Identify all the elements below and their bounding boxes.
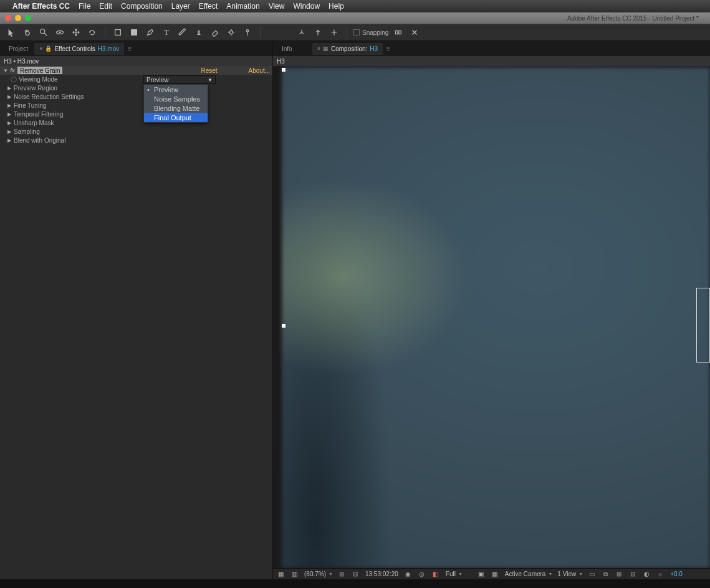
view-axis-mode[interactable]	[328, 26, 340, 39]
fast-previews-button[interactable]: ⊟	[350, 570, 360, 579]
panel-menu-button[interactable]: ≡	[125, 45, 134, 52]
twirl-right-icon[interactable]: ▶	[6, 94, 12, 100]
orbit-camera-tool[interactable]	[54, 26, 66, 39]
timeline-button[interactable]: ⊞	[614, 570, 624, 579]
close-tab-button[interactable]: ×	[39, 45, 42, 52]
clone-stamp-tool[interactable]	[193, 26, 205, 39]
layer-handle[interactable]	[282, 68, 285, 72]
effect-name[interactable]: Remove Grain	[17, 67, 62, 74]
tab-effect-controls[interactable]: × 🔒 Effect Controls H3.mov	[34, 43, 124, 55]
lock-icon[interactable]: 🔒	[45, 45, 52, 52]
viewing-mode-dropdown[interactable]: Preview ▼	[143, 75, 216, 84]
twirl-right-icon[interactable]: ▶	[6, 129, 12, 135]
menu-layer[interactable]: Layer	[171, 2, 190, 11]
brush-tool[interactable]	[176, 26, 189, 39]
track-camera-tool[interactable]	[70, 26, 82, 39]
exposure-value[interactable]: +0.0	[669, 571, 684, 577]
zoom-dropdown[interactable]: (80.7%)▼	[303, 571, 333, 577]
minimize-window-button[interactable]	[15, 15, 21, 21]
twirl-right-icon[interactable]: ▶	[6, 111, 12, 117]
dropdown-option-blending-matte[interactable]: Blending Matte	[144, 103, 208, 113]
roto-brush-tool[interactable]	[225, 26, 237, 39]
menu-composition[interactable]: Composition	[121, 2, 163, 11]
tab-composition[interactable]: × ▦ Composition: H3	[312, 43, 383, 55]
fx-icon[interactable]: fx	[9, 67, 16, 74]
anchor-point-tool[interactable]	[112, 26, 124, 39]
menu-edit[interactable]: Edit	[99, 2, 112, 11]
twirl-right-icon[interactable]: ▶	[6, 120, 12, 126]
pen-tool[interactable]	[144, 26, 156, 39]
resolution-dropdown[interactable]: Full▼	[444, 571, 463, 577]
comp-flowchart-button[interactable]: ⊟	[628, 570, 638, 579]
always-preview-button[interactable]: ▦	[276, 570, 285, 579]
timecode[interactable]: 13:53:02:20	[364, 571, 400, 577]
tab-info[interactable]: Info	[277, 43, 297, 55]
prop-noise-reduction[interactable]: ▶ Noise Reduction Settings	[0, 92, 272, 101]
twirl-down-icon[interactable]: ▼	[2, 68, 9, 74]
about-button[interactable]: About...	[249, 67, 270, 74]
eraser-tool[interactable]	[209, 26, 221, 39]
menu-file[interactable]: File	[79, 2, 90, 11]
zoom-window-button[interactable]	[25, 15, 31, 21]
prop-temporal-filtering[interactable]: ▶ Temporal Filtering	[0, 110, 272, 118]
prop-label: Blend with Original	[14, 137, 65, 144]
window-title-text: Adobe After Effects CC 2015 - Untitled P…	[39, 15, 705, 22]
menu-effect[interactable]: Effect	[199, 2, 218, 11]
fast-draft-button[interactable]: ⧉	[600, 570, 610, 579]
camera-dropdown[interactable]: Active Camera▼	[504, 571, 553, 577]
menu-window[interactable]: Window	[293, 2, 320, 11]
app-name[interactable]: After Effects CC	[12, 2, 70, 11]
text-tool[interactable]: T	[160, 26, 173, 39]
dropdown-option-noise-samples[interactable]: Noise Samples	[144, 94, 208, 103]
menu-view[interactable]: View	[269, 2, 285, 11]
snap-collapse-toggle[interactable]	[408, 26, 421, 39]
region-of-interest-button[interactable]: ▣	[476, 570, 486, 579]
local-axis-mode[interactable]	[295, 26, 308, 39]
prop-unsharp-mask[interactable]: ▶ Unsharp Mask	[0, 118, 272, 127]
snap-edges-toggle[interactable]	[392, 26, 405, 39]
stopwatch-icon[interactable]: ◯	[10, 76, 17, 82]
panel-menu-button[interactable]: ≡	[384, 45, 393, 52]
reset-exposure-button[interactable]: ◐	[641, 570, 651, 579]
preview-region-rect[interactable]	[696, 288, 710, 363]
channel-button[interactable]: ◧	[431, 570, 441, 579]
selection-tool[interactable]	[5, 26, 17, 39]
snapping-toggle[interactable]: Snapping	[353, 29, 388, 36]
show-snapshot-button[interactable]: ◎	[417, 570, 427, 579]
prop-sampling[interactable]: ▶ Sampling	[0, 127, 272, 136]
composition-viewer[interactable]	[273, 66, 710, 568]
twirl-right-icon[interactable]: ▶	[6, 138, 12, 143]
puppet-pin-tool[interactable]	[241, 26, 254, 39]
layer-handle[interactable]	[282, 324, 285, 328]
transparency-grid-button[interactable]: ▦	[490, 570, 500, 579]
dropdown-option-preview[interactable]: Preview	[144, 85, 208, 94]
dropdown-option-final-output[interactable]: Final Output	[144, 113, 208, 122]
close-tab-button[interactable]: ×	[317, 45, 320, 52]
views-dropdown[interactable]: 1 View▼	[556, 571, 583, 577]
pixel-aspect-button[interactable]: ▭	[587, 570, 597, 579]
prop-blend-original[interactable]: ▶ Blend with Original	[0, 136, 272, 145]
zoom-tool[interactable]	[37, 26, 50, 39]
rotation-tool[interactable]	[86, 26, 98, 39]
checkbox-icon[interactable]	[353, 29, 360, 36]
world-axis-mode[interactable]	[312, 26, 324, 39]
tab-project[interactable]: Project	[4, 43, 33, 55]
snapshot-button[interactable]: ◉	[403, 570, 413, 579]
twirl-right-icon[interactable]: ▶	[6, 103, 12, 108]
prop-preview-region[interactable]: ▶ Preview Region	[0, 83, 272, 92]
text-icon: T	[164, 27, 169, 37]
menu-help[interactable]: Help	[329, 2, 344, 11]
exposure-reset-icon[interactable]: ☼	[655, 570, 665, 579]
magnification-button[interactable]: ▥	[289, 570, 299, 579]
prop-fine-tuning[interactable]: ▶ Fine Tuning	[0, 101, 272, 110]
resolution-icon[interactable]: ⊞	[337, 570, 347, 579]
effect-header[interactable]: ▼ fx Remove Grain Reset About...	[0, 66, 272, 75]
menu-animation[interactable]: Animation	[226, 2, 259, 11]
twirl-right-icon[interactable]: ▶	[6, 85, 12, 91]
close-window-button[interactable]	[5, 15, 11, 21]
svg-point-6	[246, 30, 249, 32]
hand-tool[interactable]	[21, 26, 34, 39]
reset-button[interactable]: Reset	[201, 67, 217, 74]
shape-tool[interactable]	[128, 26, 140, 39]
comp-flowchart-tab[interactable]: H3	[273, 56, 710, 66]
